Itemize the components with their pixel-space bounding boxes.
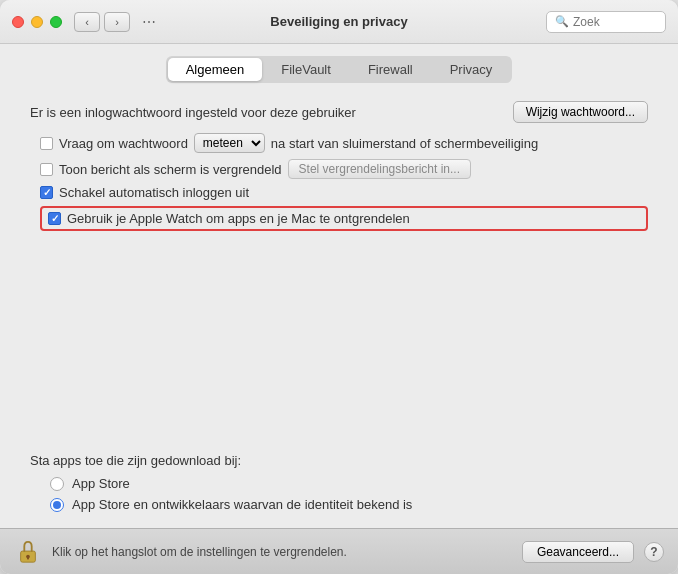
system-preferences-window: ‹ › ⋯ Beveiliging en privacy 🔍 Algemeen … — [0, 0, 678, 574]
apple-watch-label: Gebruik je Apple Watch om apps en je Mac… — [67, 211, 410, 226]
titlebar: ‹ › ⋯ Beveiliging en privacy 🔍 — [0, 0, 678, 44]
bottombar-text: Klik op het hangslot om de instellingen … — [52, 545, 512, 559]
download-section: Sta apps toe die zijn gedownload bij: Ap… — [30, 453, 648, 512]
disable-autologin-label: Schakel automatisch inloggen uit — [59, 185, 249, 200]
disable-autologin-row: Schakel automatisch inloggen uit — [40, 185, 648, 200]
radio-appstore-label: App Store — [72, 476, 130, 491]
apple-watch-checkbox[interactable] — [48, 212, 61, 225]
ask-password-select[interactable]: meteen — [194, 133, 265, 153]
password-section-row: Er is een inlogwachtwoord ingesteld voor… — [30, 101, 648, 123]
tab-algemeen[interactable]: Algemeen — [168, 58, 263, 81]
ask-password-label-before: Vraag om wachtwoord — [59, 136, 188, 151]
ask-password-checkbox[interactable] — [40, 137, 53, 150]
traffic-lights — [12, 16, 62, 28]
radio-appstore[interactable] — [50, 477, 64, 491]
show-message-row: Toon bericht als scherm is vergrendeld S… — [40, 159, 648, 179]
bottombar: Klik op het hangslot om de instellingen … — [0, 528, 678, 574]
apple-watch-row: Gebruik je Apple Watch om apps en je Mac… — [40, 206, 648, 231]
search-box[interactable]: 🔍 — [546, 11, 666, 33]
radio-appstore-devs[interactable] — [50, 498, 64, 512]
radio-appstore-row: App Store — [50, 476, 648, 491]
lock-icon — [18, 540, 38, 564]
download-label: Sta apps toe die zijn gedownload bij: — [30, 453, 648, 468]
search-input[interactable] — [573, 15, 657, 29]
show-message-checkbox[interactable] — [40, 163, 53, 176]
ask-password-row: Vraag om wachtwoord meteen na start van … — [40, 133, 648, 153]
radio-group: App Store App Store en ontwikkelaars waa… — [50, 476, 648, 512]
password-section-label: Er is een inlogwachtwoord ingesteld voor… — [30, 105, 513, 120]
ask-password-label-after: na start van sluimerstand of schermbevei… — [271, 136, 538, 151]
tab-filevault[interactable]: FileVault — [263, 58, 349, 81]
tabs: Algemeen FileVault Firewall Privacy — [166, 56, 513, 83]
help-button[interactable]: ? — [644, 542, 664, 562]
close-button[interactable] — [12, 16, 24, 28]
search-icon: 🔍 — [555, 15, 569, 28]
radio-appstore-devs-label: App Store en ontwikkelaars waarvan de id… — [72, 497, 412, 512]
grid-button[interactable]: ⋯ — [136, 12, 162, 32]
svg-rect-2 — [27, 556, 29, 559]
tab-privacy[interactable]: Privacy — [432, 58, 511, 81]
lock-button[interactable] — [14, 536, 42, 568]
maximize-button[interactable] — [50, 16, 62, 28]
window-title: Beveiliging en privacy — [270, 14, 407, 29]
radio-appstore-devs-row: App Store en ontwikkelaars waarvan de id… — [50, 497, 648, 512]
forward-button[interactable]: › — [104, 12, 130, 32]
geavanceerd-button[interactable]: Geavanceerd... — [522, 541, 634, 563]
wijzig-wachtwoord-button[interactable]: Wijzig wachtwoord... — [513, 101, 648, 123]
disable-autologin-checkbox[interactable] — [40, 186, 53, 199]
stel-vergrendeling-button[interactable]: Stel vergrendelingsbericht in... — [288, 159, 471, 179]
tab-firewall[interactable]: Firewall — [350, 58, 431, 81]
spacer — [30, 231, 648, 443]
options-area: Vraag om wachtwoord meteen na start van … — [40, 133, 648, 231]
nav-buttons: ‹ › — [74, 12, 130, 32]
minimize-button[interactable] — [31, 16, 43, 28]
tabs-container: Algemeen FileVault Firewall Privacy — [0, 44, 678, 91]
back-button[interactable]: ‹ — [74, 12, 100, 32]
show-message-label: Toon bericht als scherm is vergrendeld — [59, 162, 282, 177]
content-area: Er is een inlogwachtwoord ingesteld voor… — [0, 91, 678, 528]
